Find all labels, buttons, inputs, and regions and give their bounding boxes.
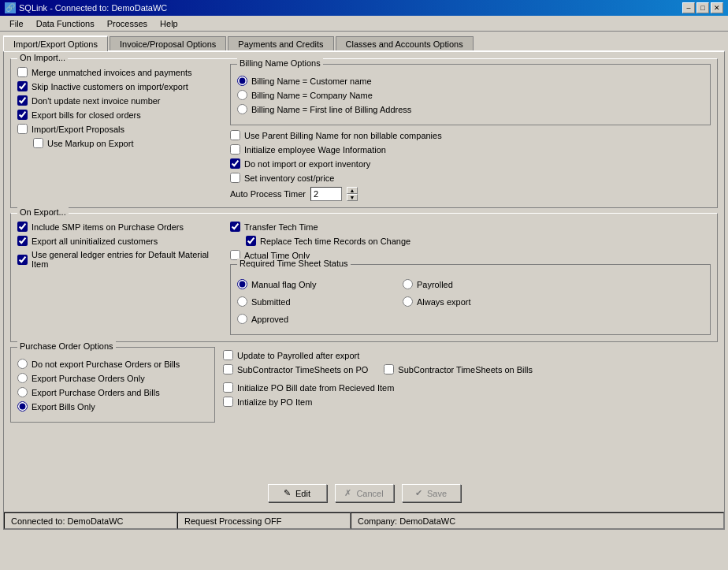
ts-always-label[interactable]: Always export [417, 297, 470, 307]
no-inventory-checkbox[interactable] [230, 158, 240, 169]
po-both-label[interactable]: Export Purchase Orders and Bills [32, 388, 160, 397]
po-bills-label[interactable]: Export Bills Only [32, 402, 95, 412]
smp-row: Include SMP items on Purchase Orders [17, 222, 222, 232]
timer-input[interactable] [310, 187, 342, 201]
parent-billing-checkbox[interactable] [230, 130, 240, 140]
ts-always-radio[interactable] [403, 296, 413, 307]
markup-checkbox[interactable] [33, 138, 43, 148]
ts-submitted-label[interactable]: Submitted [251, 297, 291, 307]
ts-approved-row: Approved [237, 314, 395, 324]
bn-customer-radio[interactable] [237, 76, 247, 86]
po-both-radio[interactable] [17, 387, 28, 397]
ts-submitted-radio[interactable] [237, 296, 247, 307]
ts-approved-label[interactable]: Approved [251, 315, 288, 324]
gl-checkbox[interactable] [17, 255, 28, 265]
employee-wage-checkbox[interactable] [230, 144, 240, 155]
bn-company-label[interactable]: Billing Name = Company Name [251, 91, 373, 100]
po-none-row: Do not export Purchase Orders or Bills [17, 359, 208, 369]
maximize-button[interactable]: □ [696, 2, 709, 13]
required-ts-group: Required Time Sheet Status Manual flag O… [230, 264, 711, 335]
window-title: SQLink - Connected to: DemoDataWC [19, 3, 167, 13]
tab-payments[interactable]: Payments and Credits [228, 36, 333, 52]
po-both-row: Export Purchase Orders and Bills [17, 387, 208, 397]
proposals-label[interactable]: Import/Export Proposals [32, 125, 124, 134]
ts-manual-row: Manual flag Only [237, 279, 395, 289]
payrolled-after-label[interactable]: Update to Payrolled after export [237, 351, 359, 360]
timer-up-button[interactable]: ▲ [347, 187, 358, 194]
sub-bills-checkbox[interactable] [384, 364, 394, 374]
uninit-label[interactable]: Export all uninitialized customers [32, 237, 158, 246]
uninit-checkbox[interactable] [17, 236, 28, 246]
tab-import-export[interactable]: Import/Export Options [3, 35, 108, 51]
minimize-button[interactable]: – [682, 2, 695, 13]
menu-processes[interactable]: Processes [101, 17, 154, 30]
sub-bills-label[interactable]: SubContractor TimeSheets on Bills [398, 365, 533, 374]
no-update-checkbox[interactable] [17, 95, 28, 106]
gl-label[interactable]: Use general ledger entries for Default M… [32, 250, 222, 269]
skip-inactive-label[interactable]: Skip Inactive customers on import/export [32, 82, 188, 91]
on-import-label: On Import... [17, 53, 68, 62]
merge-label[interactable]: Merge unmatched invoices and payments [32, 68, 192, 77]
ts-payrolled-radio[interactable] [403, 279, 413, 289]
close-button[interactable]: ✕ [711, 2, 723, 13]
smp-label[interactable]: Include SMP items on Purchase Orders [32, 222, 184, 232]
save-button[interactable]: ✔ Save [402, 484, 461, 502]
po-bill-date-checkbox[interactable] [223, 382, 233, 393]
po-only-label[interactable]: Export Purchase Orders Only [32, 374, 145, 383]
gl-row: Use general ledger entries for Default M… [17, 250, 222, 269]
menu-data-functions[interactable]: Data Functions [30, 17, 101, 30]
ts-manual-label[interactable]: Manual flag Only [251, 280, 317, 289]
cancel-button[interactable]: ✗ Cancel [335, 484, 394, 502]
inv-cost-label[interactable]: Set inventory cost/price [244, 173, 334, 183]
po-bill-date-label[interactable]: Initialize PO Bill date from Recieved It… [237, 383, 394, 393]
sub-po-checkbox[interactable] [223, 364, 233, 374]
ts-payrolled-label[interactable]: Payrolled [417, 280, 453, 289]
replace-tt-row: Replace Tech time Records on Change [246, 236, 711, 246]
transfer-tt-checkbox[interactable] [230, 222, 240, 232]
po-only-radio[interactable] [17, 373, 28, 383]
no-update-label[interactable]: Don't update next invoice number [32, 96, 161, 106]
intialize-po-row: Intialize by PO Item [223, 397, 718, 407]
po-bills-radio[interactable] [17, 401, 28, 412]
export-bills-label[interactable]: Export bills for closed orders [32, 110, 141, 120]
timer-down-button[interactable]: ▼ [347, 194, 358, 201]
replace-tt-checkbox[interactable] [246, 236, 256, 246]
sub-po-label[interactable]: SubContractor TimeSheets on PO [237, 365, 368, 374]
bn-company-radio[interactable] [237, 90, 247, 100]
export-bills-checkbox[interactable] [17, 110, 28, 120]
po-none-label[interactable]: Do not export Purchase Orders or Bills [32, 360, 180, 369]
inv-cost-checkbox[interactable] [230, 173, 240, 183]
intialize-po-label[interactable]: Intialize by PO Item [237, 397, 312, 407]
parent-billing-label[interactable]: Use Parent Billing Name for non billable… [244, 131, 442, 140]
title-bar: 🔗 SQLink - Connected to: DemoDataWC – □ … [0, 0, 728, 16]
bn-customer-label[interactable]: Billing Name = Customer name [251, 76, 372, 86]
no-update-row: Don't update next invoice number [17, 95, 222, 106]
menu-file[interactable]: File [3, 17, 30, 30]
intialize-po-checkbox[interactable] [223, 397, 233, 407]
menu-help[interactable]: Help [154, 17, 184, 30]
merge-checkbox[interactable] [17, 67, 28, 77]
tab-bar: Import/Export Options Invoice/Proposal O… [0, 32, 728, 50]
bn-billing-label[interactable]: Billing Name = First line of Billing Add… [251, 105, 411, 114]
tab-invoice-proposal[interactable]: Invoice/Proposal Options [110, 36, 226, 52]
ts-submitted-row: Submitted [237, 296, 395, 307]
edit-button[interactable]: ✎ Edit [268, 484, 327, 502]
bn-billing-radio[interactable] [237, 104, 247, 114]
payrolled-after-row: Update to Payrolled after export [223, 350, 718, 360]
markup-label[interactable]: Use Markup on Export [47, 139, 133, 148]
payrolled-after-checkbox[interactable] [223, 350, 233, 360]
tab-classes-accounts[interactable]: Classes and Accounts Options [336, 36, 474, 52]
ts-manual-radio[interactable] [237, 279, 247, 289]
ts-always-row: Always export [403, 296, 544, 307]
no-inventory-label[interactable]: Do not import or export inventory [244, 159, 370, 169]
ts-approved-radio[interactable] [237, 314, 247, 324]
merge-row: Merge unmatched invoices and payments [17, 67, 222, 77]
transfer-tt-label[interactable]: Transfer Tech Time [244, 222, 318, 232]
po-none-radio[interactable] [17, 359, 28, 369]
smp-checkbox[interactable] [17, 222, 28, 232]
employee-wage-label[interactable]: Initialize employee Wage Information [244, 145, 386, 155]
proposals-checkbox[interactable] [17, 124, 28, 134]
save-icon: ✔ [415, 488, 422, 498]
skip-inactive-checkbox[interactable] [17, 81, 28, 91]
replace-tt-label[interactable]: Replace Tech time Records on Change [260, 237, 410, 246]
